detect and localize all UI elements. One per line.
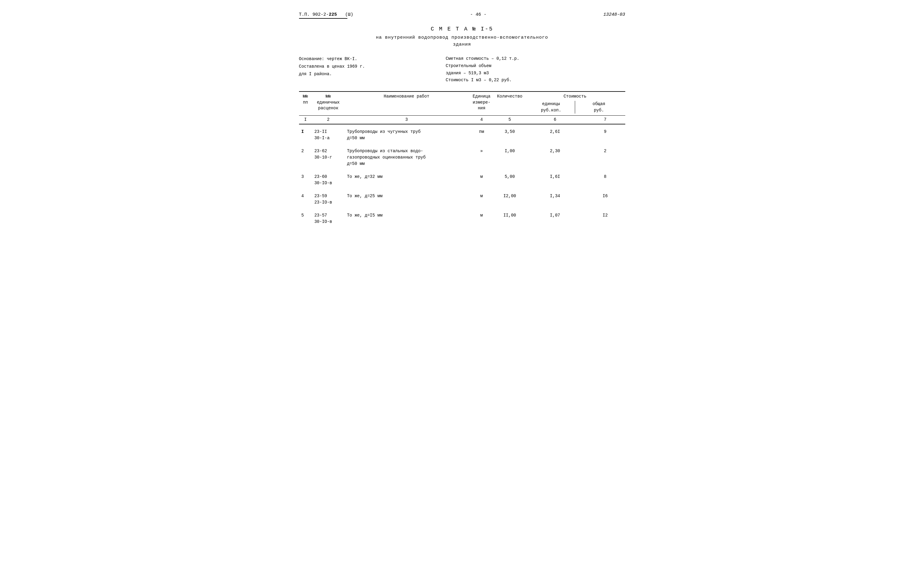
cell-unit-cost: 2,30	[525, 144, 585, 169]
table-body: I23-II 30-I-аТрубопроводы из чугунных тр…	[299, 124, 625, 227]
main-table: №№пп №№ единичныхрасценок Наименование р…	[299, 91, 625, 227]
col-num-5: 5	[494, 115, 525, 124]
cell-unit-cost: I,34	[525, 189, 585, 208]
col-header-name: Наименование работ	[345, 91, 468, 115]
col-header-nn: №№пп	[299, 91, 312, 115]
col-num-2: 2	[312, 115, 345, 124]
cell-qty: I,00	[494, 144, 525, 169]
cell-name: То же, д=I5 мм	[345, 208, 468, 227]
subtitle-line2: здания	[299, 41, 625, 48]
col-header-rates: №№ единичныхрасценок	[312, 91, 345, 115]
cell-nn: 2	[299, 144, 312, 169]
info-right: Сметная стоимость – 0,12 т.р. Строительн…	[446, 55, 625, 84]
cell-unit: м	[468, 208, 494, 227]
cell-nn: I	[299, 124, 312, 144]
cell-qty: 3,50	[494, 124, 525, 144]
col-header-unit: Единицаизме­ре-ния	[468, 91, 494, 115]
subtitle-line1: на внутренний водопровод производственно…	[299, 34, 625, 41]
doc-number-prefix: Т.П. 902-2-	[299, 12, 329, 17]
info-cost: Сметная стоимость – 0,12 т.р.	[446, 55, 625, 63]
col-num-4: 4	[468, 115, 494, 124]
info-volume-value: здания – 519,3 м3	[446, 70, 625, 77]
col-num-3: 3	[345, 115, 468, 124]
info-prices: Составлена в ценах 1969 г.	[299, 63, 430, 70]
cell-nn: 4	[299, 189, 312, 208]
cell-total-cost: 2	[585, 144, 625, 169]
page-header: Т.П. 902-2-225 (Ш) - 46 - 13248-03	[299, 12, 625, 19]
info-volume-label: Строительный объем	[446, 63, 625, 70]
cell-rates: 23-62 30-10-г	[312, 144, 345, 169]
header-left: Т.П. 902-2-225 (Ш)	[299, 12, 353, 19]
cell-qty: II,00	[494, 208, 525, 227]
table-row: 523-57 30-IO-вТо же, д=I5 мммII,00I,07I2	[299, 208, 625, 227]
cell-rates: 23-II 30-I-а	[312, 124, 345, 144]
cell-total-cost: I6	[585, 189, 625, 208]
header-center: - 46 -	[470, 12, 487, 17]
col-header-qty: Количество	[494, 91, 525, 115]
cell-rates: 23-60 30-IO-в	[312, 169, 345, 189]
cell-name: Трубопроводы из стальных водо- газопрово…	[345, 144, 468, 169]
cell-unit: м	[468, 189, 494, 208]
info-unit-cost: Стоимость I м3 – 0,22 руб.	[446, 77, 625, 84]
main-title: С М Е Т А № I-5	[299, 26, 625, 32]
cell-name: Трубопроводы из чугунных труб д=50 мм	[345, 124, 468, 144]
cell-total-cost: 8	[585, 169, 625, 189]
cell-rates: 23-57 30-IO-в	[312, 208, 345, 227]
info-section: Основание: чертеж ВК-I. Составлена в цен…	[299, 55, 625, 84]
col-num-7: 7	[585, 115, 625, 124]
header-right: 13248-03	[603, 12, 625, 17]
cell-unit: пм	[468, 124, 494, 144]
cell-unit: »	[468, 144, 494, 169]
cell-total-cost: I2	[585, 208, 625, 227]
cell-qty: I2,00	[494, 189, 525, 208]
doc-id: 13248-03	[603, 12, 625, 17]
table-row: 323-60 30-IO-вТо же, д=32 ммм5,00I,6I8	[299, 169, 625, 189]
header-left-text: Т.П. 902-2-225 (Ш)	[299, 12, 353, 17]
table-col-numbers-row: I 2 3 4 5 6 7	[299, 115, 625, 124]
cell-unit-cost: I,6I	[525, 169, 585, 189]
cell-rates: 23-59 23-IO-в	[312, 189, 345, 208]
col-num-1: I	[299, 115, 312, 124]
header-underline	[299, 18, 348, 19]
table-header-row: №№пп №№ единичныхрасценок Наименование р…	[299, 91, 625, 115]
cell-nn: 5	[299, 208, 312, 227]
title-section: С М Е Т А № I-5 на внутренний водопровод…	[299, 26, 625, 48]
col-header-cost-parent: Стоимость единицыруб.коп. общаяруб.	[525, 91, 625, 115]
info-left: Основание: чертеж ВК-I. Составлена в цен…	[299, 55, 430, 84]
table-row: I23-II 30-I-аТрубопроводы из чугунных тр…	[299, 124, 625, 144]
col-num-6: 6	[525, 115, 585, 124]
table-row: 223-62 30-10-гТрубопроводы из стальных в…	[299, 144, 625, 169]
cell-name: То же, д=32 мм	[345, 169, 468, 189]
cell-unit: м	[468, 169, 494, 189]
info-basis: Основание: чертеж ВК-I.	[299, 55, 430, 63]
cell-qty: 5,00	[494, 169, 525, 189]
cell-unit-cost: I,07	[525, 208, 585, 227]
cell-total-cost: 9	[585, 124, 625, 144]
cell-nn: 3	[299, 169, 312, 189]
info-region: для I района.	[299, 70, 430, 78]
cell-name: То же, д=25 мм	[345, 189, 468, 208]
doc-type: (Ш)	[345, 12, 353, 17]
doc-number-bold: 225	[329, 12, 337, 17]
table-row: 423-59 23-IO-вТо же, д=25 мммI2,00I,34I6	[299, 189, 625, 208]
page-number: - 46 -	[470, 12, 487, 17]
cell-unit-cost: 2,6I	[525, 124, 585, 144]
